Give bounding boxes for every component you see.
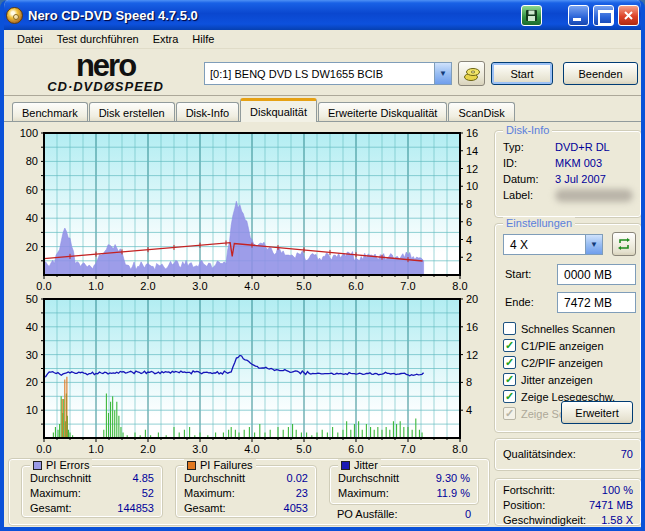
disk-label-label: Label: — [503, 189, 555, 202]
end-mb-label: Ende: — [505, 296, 534, 308]
tab-disk-erstellen[interactable]: Disk erstellen — [89, 102, 175, 122]
stat-value: 4053 — [284, 502, 308, 514]
chevron-down-icon[interactable]: ▼ — [434, 63, 451, 84]
svg-text:3.0: 3.0 — [192, 280, 207, 292]
stat-label: Durchschnitt — [30, 472, 91, 484]
disk-label-redacted — [555, 189, 633, 202]
svg-text:4.0: 4.0 — [244, 280, 259, 292]
pi-errors-chart: 204060801002468101214160.01.02.03.04.05.… — [8, 125, 490, 293]
start-mb-field[interactable]: 0000 MB — [557, 264, 636, 285]
stat-value: 23 — [296, 487, 308, 499]
svg-text:8: 8 — [466, 198, 472, 210]
checkmark-icon: ✓ — [503, 373, 516, 386]
svg-text:2.0: 2.0 — [140, 280, 155, 292]
svg-text:7.0: 7.0 — [400, 280, 415, 292]
drive-selector[interactable]: [0:1] BENQ DVD LS DW1655 BCIB ▼ — [204, 62, 452, 85]
advanced-button[interactable]: Erweitert — [561, 401, 633, 424]
svg-text:7.0: 7.0 — [400, 443, 415, 455]
header: nero CD·DVDØSPEED [0:1] BENQ DVD LS DW16… — [4, 49, 641, 96]
settings-title: Einstellungen — [503, 217, 575, 229]
svg-text:6.0: 6.0 — [348, 280, 363, 292]
checkbox-jitter[interactable]: ✓Jitter anzeigen — [503, 373, 641, 386]
end-mb-value: 7472 MB — [564, 296, 612, 310]
svg-text:8.0: 8.0 — [452, 280, 467, 292]
save-screenshot-button[interactable] — [521, 5, 542, 26]
tab-scandisk[interactable]: ScanDisk — [448, 102, 514, 122]
jitter-pif-chart: 1020304050481216200.01.02.03.04.05.06.07… — [8, 293, 490, 458]
jitter-legend-icon — [341, 461, 350, 470]
checkbox-c1-pie[interactable]: ✓C1/PIE anzeigen — [503, 339, 641, 352]
svg-text:4.0: 4.0 — [244, 443, 259, 455]
svg-text:60: 60 — [26, 184, 38, 196]
svg-text:0.0: 0.0 — [36, 280, 51, 292]
checkbox-schnelles-scannen[interactable]: Schnelles Scannen — [503, 322, 641, 335]
svg-text:20: 20 — [26, 376, 38, 388]
checkbox-label: C2/PIF anzeigen — [521, 357, 603, 369]
tab-strip: Benchmark Disk erstellen Disk-Info Diskq… — [4, 97, 641, 122]
start-button-label: Start — [510, 68, 533, 80]
disk-id-label: ID: — [503, 157, 555, 169]
disk-typ-label: Typ: — [503, 141, 555, 153]
checkbox-label: Jitter anzeigen — [521, 374, 593, 386]
tab-diskqualitaet[interactable]: Diskqualität — [240, 98, 317, 122]
position-value: 7471 MB — [589, 499, 633, 511]
svg-text:6: 6 — [466, 216, 472, 228]
stat-label: Maximum: — [338, 487, 389, 499]
tab-erweiterte-diskqualitaet[interactable]: Erweiterte Diskqualität — [318, 102, 447, 122]
minimize-button[interactable] — [568, 5, 589, 26]
svg-text:3.0: 3.0 — [192, 443, 207, 455]
checkbox-label: Schnelles Scannen — [521, 323, 615, 335]
refresh-button[interactable] — [612, 232, 636, 256]
checkbox-c2-pif[interactable]: ✓C2/PIF anzeigen — [503, 356, 641, 369]
quality-index-box: Qualitätsindex: 70 — [494, 438, 642, 471]
svg-text:40: 40 — [26, 212, 38, 224]
disk-datum-value: 3 Jul 2007 — [555, 173, 606, 185]
progress-box: Fortschritt:100 % Position:7471 MB Gesch… — [494, 478, 642, 526]
speed-label: Geschwindigkeit: — [503, 514, 586, 526]
menu-datei[interactable]: Datei — [10, 31, 50, 47]
stat-label: Durchschnitt — [184, 472, 245, 484]
menu-extra[interactable]: Extra — [146, 31, 186, 47]
stat-label: Durchschnitt — [338, 472, 399, 484]
stat-value: 4.85 — [133, 472, 154, 484]
app-icon — [6, 7, 23, 24]
close-button[interactable] — [618, 5, 639, 26]
pi-failures-title-text: PI Failures — [200, 459, 253, 471]
menu-test-durchfuehren[interactable]: Test durchführen — [50, 31, 146, 47]
checkmark-icon: ✓ — [503, 339, 516, 352]
speed-value: 1.58 X — [601, 514, 633, 526]
quit-button[interactable]: Beenden — [563, 62, 638, 85]
svg-text:2.0: 2.0 — [140, 443, 155, 455]
tab-benchmark[interactable]: Benchmark — [12, 102, 88, 122]
stat-value: 9.30 % — [436, 472, 470, 484]
statistics-strip: PI Errors Durchschnitt4.85 Maximum:52 Ge… — [8, 458, 490, 526]
pi-errors-stats-title: PI Errors — [30, 459, 92, 471]
svg-text:1.0: 1.0 — [88, 443, 103, 455]
chevron-down-icon[interactable]: ▼ — [585, 235, 602, 254]
speed-select[interactable]: 4 X ▼ — [503, 234, 603, 255]
svg-text:12: 12 — [466, 349, 478, 361]
disk-datum-label: Datum: — [503, 173, 555, 185]
quit-button-label: Beenden — [578, 68, 622, 80]
maximize-button[interactable] — [593, 5, 614, 26]
disk-info-group: Disk-Info Typ:DVD+R DL ID:MKM 003 Datum:… — [494, 130, 642, 218]
stat-label: Gesamt: — [30, 502, 72, 514]
end-mb-field[interactable]: 7472 MB — [557, 292, 636, 313]
tab-disk-info[interactable]: Disk-Info — [176, 102, 239, 122]
svg-text:14: 14 — [466, 145, 478, 157]
eject-disc-button[interactable] — [458, 61, 485, 86]
menu-hilfe[interactable]: Hilfe — [185, 31, 221, 47]
svg-text:2: 2 — [466, 251, 472, 263]
stat-label: Maximum: — [184, 487, 235, 499]
start-button[interactable]: Start — [491, 62, 553, 85]
title-bar[interactable]: Nero CD-DVD Speed 4.7.5.0 — [0, 0, 645, 30]
po-failures-label: PO Ausfälle: — [337, 508, 398, 520]
checkbox-label: C1/PIE anzeigen — [521, 340, 604, 352]
pi-errors-stats-group: PI Errors Durchschnitt4.85 Maximum:52 Ge… — [21, 465, 163, 518]
svg-text:4: 4 — [466, 234, 472, 246]
svg-text:80: 80 — [26, 155, 38, 167]
drive-selector-value: [0:1] BENQ DVD LS DW1655 BCIB — [205, 68, 434, 80]
svg-text:0.0: 0.0 — [36, 443, 51, 455]
checkmark-icon: ✓ — [503, 390, 516, 403]
svg-text:8.0: 8.0 — [452, 443, 467, 455]
